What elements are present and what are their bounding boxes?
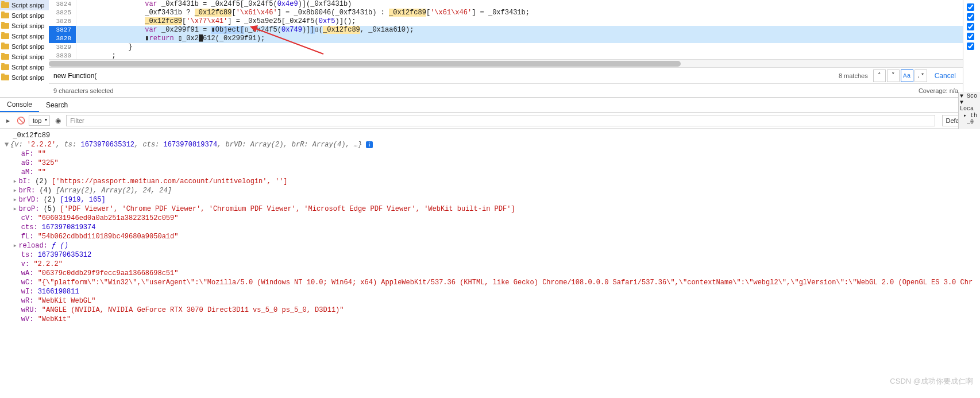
object-property[interactable]: aG: "325" — [5, 159, 975, 168]
folder-icon — [1, 2, 9, 8]
object-property[interactable]: ▸brR: (4) [Array(2), Array(2), 24, 24] — [5, 186, 975, 195]
folder-icon — [1, 54, 9, 60]
object-property[interactable]: cts: 1673970819374 — [5, 223, 975, 232]
drawer-tabs: Console Search — [0, 98, 980, 113]
match-case-button[interactable]: Aa — [901, 69, 913, 82]
sidebar-item-label: Script snipp — [11, 64, 44, 71]
object-property[interactable]: wRU: "ANGLE (NVIDIA, NVIDIA GeForce RTX … — [5, 306, 975, 315]
find-cancel-button[interactable]: Cancel — [928, 72, 963, 80]
sidebar-item[interactable]: Script snipp — [0, 31, 49, 41]
watermark: CSDN @成功你要成仁啊 — [890, 376, 973, 387]
breakpoint-panel — [963, 0, 980, 97]
tab-search[interactable]: Search — [39, 98, 75, 112]
horizontal-scrollbar[interactable] — [49, 59, 963, 67]
folder-icon — [1, 33, 9, 39]
object-property[interactable]: wC: "{\"platform\":\"Win32\",\"userAgent… — [5, 278, 975, 287]
console-toolbar: ▸ 🚫 top ◉ Default le — [0, 113, 980, 129]
sidebar-item[interactable]: Script snipp — [0, 0, 49, 10]
object-property[interactable]: cV: "606031946ed0a0ab251a38223152c059" — [5, 214, 975, 223]
find-matches: 8 matches — [839, 72, 868, 79]
object-preview[interactable]: ▼{v: '2.2.2', ts: 1673970635312, cts: 16… — [5, 140, 975, 149]
console-filter-input[interactable] — [66, 115, 935, 126]
regex-button[interactable]: .* — [915, 69, 927, 82]
code-content[interactable]: var _0xf3431b = _0x24f5[_0x24f5(0x4e9)](… — [76, 0, 963, 59]
folder-icon — [1, 75, 9, 80]
checkbox[interactable] — [967, 23, 974, 30]
console-input-line: _0x12fc89 — [5, 131, 975, 140]
sidebar-item-label: Script snipp — [11, 43, 44, 50]
sidebar-item-label: Script snipp — [11, 53, 44, 60]
sidebar-item-label: Script snipp — [11, 2, 44, 9]
object-property[interactable]: fL: "54b062cdbbd110189bc49680a9050a1d" — [5, 232, 975, 241]
sidebar-item-label: Script snipp — [11, 22, 44, 29]
sidebar-item[interactable]: Script snipp — [0, 62, 49, 72]
object-property[interactable]: ts: 1673970635312 — [5, 250, 975, 260]
line-gutter: 3824 3825 3826 3827 3828 3829 3830 3831 … — [49, 0, 76, 59]
folder-icon — [1, 64, 9, 70]
context-selector[interactable]: top — [29, 115, 50, 126]
object-property[interactable]: ▸broP: (5) ['PDF Viewer', 'Chrome PDF Vi… — [5, 204, 975, 214]
sidebar-item-label: Script snipp — [11, 33, 44, 40]
object-property[interactable]: v: "2.2.2" — [5, 260, 975, 269]
find-bar: 8 matches ˄ ˅ Aa .* Cancel — [49, 67, 963, 83]
console-output[interactable]: _0x12fc89 ▼{v: '2.2.2', ts: 167397063531… — [0, 129, 980, 398]
folder-icon — [1, 13, 9, 18]
object-property[interactable]: ▸reload: ƒ () — [5, 241, 975, 250]
live-expression-icon[interactable]: ◉ — [53, 116, 63, 125]
info-icon[interactable]: i — [366, 141, 373, 148]
sidebar-item[interactable]: Script snipp — [0, 21, 49, 31]
sidebar-item-label: Script snipp — [11, 12, 44, 19]
find-input[interactable] — [49, 69, 839, 82]
folder-icon — [1, 23, 9, 29]
checkbox[interactable] — [967, 13, 974, 21]
folder-icon — [1, 44, 9, 49]
object-property[interactable]: wV: "WebKit" — [5, 315, 975, 324]
object-property[interactable]: ▸bI: (2) ['https://passport.meituan.com/… — [5, 177, 975, 186]
find-next-button[interactable]: ˅ — [887, 69, 900, 82]
object-property[interactable]: wI: 3166190811 — [5, 287, 975, 296]
coverage-status: Coverage: n/a — [919, 87, 958, 94]
selection-status: 9 characters selected — [53, 87, 114, 94]
editor-statusbar: 9 characters selected Coverage: n/a — [49, 83, 963, 97]
code-editor[interactable]: 3824 3825 3826 3827 3828 3829 3830 3831 … — [49, 0, 963, 59]
clear-console-icon[interactable]: 🚫 — [16, 116, 25, 125]
object-property[interactable]: ▸brVD: (2) [1919, 165] — [5, 195, 975, 204]
object-property[interactable]: aM: "" — [5, 168, 975, 177]
sidebar-item-label: Script snipp — [11, 74, 44, 81]
sidebar-item[interactable]: Script snipp — [0, 10, 49, 21]
object-property[interactable]: wA: "06379c0ddb29f9fecc9aa13668698c51" — [5, 269, 975, 278]
scrollbar-thumb[interactable] — [49, 61, 681, 67]
sidebar-item[interactable]: Script snipp — [0, 41, 49, 52]
checkbox[interactable] — [967, 3, 974, 11]
checkbox[interactable] — [967, 33, 974, 40]
checkbox[interactable] — [967, 42, 974, 50]
file-tree[interactable]: Script snipp Script snipp Script snipp S… — [0, 0, 49, 97]
find-prev-button[interactable]: ˄ — [873, 69, 886, 82]
scope-panel: ▼ Sco ▼ Loca ▸ th _0 — [958, 92, 980, 129]
sidebar-toggle-icon[interactable]: ▸ — [3, 116, 13, 125]
sidebar-item[interactable]: Script snipp — [0, 72, 49, 83]
tab-console[interactable]: Console — [0, 98, 39, 112]
object-property[interactable]: aF: "" — [5, 149, 975, 159]
sidebar-item[interactable]: Script snipp — [0, 52, 49, 62]
object-property[interactable]: wR: "WebKit WebGL" — [5, 296, 975, 306]
